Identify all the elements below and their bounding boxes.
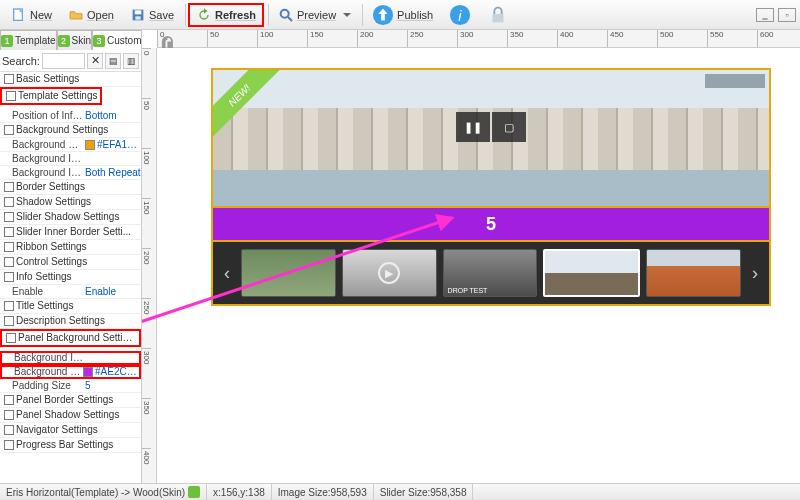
- lock-button[interactable]: [480, 3, 516, 27]
- group-slider-shadow-settings[interactable]: Slider Shadow Settings: [0, 210, 141, 225]
- horizontal-ruler: 0501001502002503003504004505005506006507…: [157, 30, 800, 48]
- thumb-next-button[interactable]: ›: [747, 263, 763, 284]
- group-control-settings[interactable]: Control Settings: [0, 255, 141, 270]
- tab-custom[interactable]: 3Custom: [92, 30, 142, 50]
- toggle-b-button[interactable]: ▥: [123, 53, 139, 69]
- group-title-settings[interactable]: Title Settings: [0, 299, 141, 314]
- save-button[interactable]: Save: [123, 3, 181, 27]
- thumb-prev-button[interactable]: ‹: [219, 263, 235, 284]
- group-shadow-settings[interactable]: Shadow Settings: [0, 195, 141, 210]
- preview-button[interactable]: Preview: [271, 3, 358, 27]
- pause-button[interactable]: ❚❚: [456, 112, 490, 142]
- group-panel-border-settings[interactable]: Panel Border Settings: [0, 393, 141, 408]
- thumbnail[interactable]: ▶: [342, 249, 437, 297]
- info-button[interactable]: i: [442, 3, 478, 27]
- lock-icon: [487, 4, 509, 26]
- publish-icon: [372, 4, 394, 26]
- properties-pane: 1Template 2Skin 3Custom Search: ✕ ▤ ▥ Ba…: [0, 30, 142, 483]
- search-row: Search: ✕ ▤ ▥: [0, 50, 141, 72]
- preview-icon: [278, 7, 294, 23]
- group-template-settings[interactable]: Template Settings: [0, 87, 102, 105]
- search-label: Search:: [2, 55, 40, 67]
- publish-label: Publish: [397, 9, 433, 21]
- thumbnail[interactable]: [241, 249, 336, 297]
- fullscreen-button[interactable]: ▢: [492, 112, 526, 142]
- status-refresh-icon[interactable]: [188, 486, 200, 498]
- window-minimize-button[interactable]: ‗: [756, 8, 774, 22]
- info-icon: i: [449, 4, 471, 26]
- group-panel-shadow-settings[interactable]: Panel Shadow Settings: [0, 408, 141, 423]
- publish-button[interactable]: Publish: [365, 3, 440, 27]
- svg-point-5: [281, 9, 289, 17]
- group-border-settings[interactable]: Border Settings: [0, 180, 141, 195]
- prop-background-image[interactable]: Background Image: [0, 152, 141, 166]
- group-info-settings[interactable]: Info Settings: [0, 270, 141, 285]
- prop-background-color[interactable]: Background Color#EFA103FF: [0, 138, 141, 152]
- group-progress-bar-settings[interactable]: Progress Bar Settings: [0, 438, 141, 453]
- group-slider-inner-border[interactable]: Slider Inner Border Setti...: [0, 225, 141, 240]
- thumbnail[interactable]: [646, 249, 741, 297]
- main-toolbar: New Open Save Refresh Preview Publish i …: [0, 0, 800, 30]
- title-bar: 5: [211, 208, 771, 242]
- tab-template[interactable]: 1Template: [0, 30, 57, 50]
- tab-skin[interactable]: 2Skin: [57, 30, 92, 50]
- refresh-button[interactable]: Refresh: [188, 3, 264, 27]
- hero-panel: NEW! ❚❚ ▢: [211, 68, 771, 208]
- new-label: New: [30, 9, 52, 21]
- prop-position-of-info[interactable]: Position of Info_Thumb...Bottom: [0, 109, 141, 123]
- player-controls: ❚❚ ▢: [456, 112, 526, 142]
- group-background-settings[interactable]: Background Settings: [0, 123, 141, 138]
- status-bar: Eris Horizontal(Template) -> Wood(Skin) …: [0, 483, 800, 500]
- prop-padding-size[interactable]: Padding Size5: [0, 379, 141, 393]
- toggle-a-button[interactable]: ▤: [105, 53, 121, 69]
- new-button[interactable]: New: [4, 3, 59, 27]
- status-cursor: x:156,y:138: [213, 487, 265, 498]
- prop-background-image-repeat[interactable]: Background Image Re...Both Repeat: [0, 166, 141, 180]
- open-button[interactable]: Open: [61, 3, 121, 27]
- open-icon: [68, 7, 84, 23]
- left-tabs: 1Template 2Skin 3Custom: [0, 30, 141, 50]
- slide-number: 5: [486, 214, 496, 235]
- open-label: Open: [87, 9, 114, 21]
- prop-enable[interactable]: EnableEnable: [0, 285, 141, 299]
- play-icon: ▶: [378, 262, 400, 284]
- svg-rect-4: [135, 16, 140, 19]
- thumbnail-strip: ‹ ▶ DROP TEST ›: [211, 242, 771, 306]
- main-area: 1Template 2Skin 3Custom Search: ✕ ▤ ▥ Ba…: [0, 30, 800, 483]
- design-canvas[interactable]: NEW! ❚❚ ▢ 5 ‹ ▶ DROP TEST ›: [157, 48, 800, 483]
- refresh-icon: [196, 7, 212, 23]
- clear-search-button[interactable]: ✕: [87, 53, 103, 69]
- group-navigator-settings[interactable]: Navigator Settings: [0, 423, 141, 438]
- status-image-size: Image Size:958,593: [278, 487, 367, 498]
- svg-rect-10: [493, 14, 504, 22]
- thumbnail[interactable]: DROP TEST: [443, 249, 538, 297]
- status-template-skin: Eris Horizontal(Template) -> Wood(Skin): [6, 487, 185, 498]
- canvas-area: 0501001502002503003504004505005506006507…: [142, 30, 800, 483]
- preview-label: Preview: [297, 9, 336, 21]
- group-description-settings[interactable]: Description Settings: [0, 314, 141, 329]
- new-icon: [11, 7, 27, 23]
- status-slider-size: Slider Size:958,358: [380, 487, 467, 498]
- save-icon: [130, 7, 146, 23]
- window-restore-button[interactable]: ▫: [778, 8, 796, 22]
- refresh-label: Refresh: [215, 9, 256, 21]
- slider-preview: NEW! ❚❚ ▢ 5 ‹ ▶ DROP TEST ›: [211, 68, 771, 306]
- watermark: [705, 74, 765, 88]
- search-input[interactable]: [42, 53, 85, 69]
- thumbnail[interactable]: [543, 249, 640, 297]
- save-label: Save: [149, 9, 174, 21]
- group-panel-bg-settings[interactable]: Panel Background Settings: [0, 329, 141, 347]
- vertical-ruler: 050100150200250300350400450: [142, 48, 157, 483]
- svg-rect-3: [135, 10, 142, 14]
- group-ribbon-settings[interactable]: Ribbon Settings: [0, 240, 141, 255]
- svg-line-6: [288, 17, 292, 21]
- group-basic-settings[interactable]: Basic Settings: [0, 72, 141, 87]
- prop-panel-bg-image[interactable]: Background Image: [0, 351, 141, 365]
- property-list: Basic Settings Template Settings Positio…: [0, 72, 141, 483]
- prop-panel-bg-color[interactable]: Background Color#AE2CEAFF: [0, 365, 141, 379]
